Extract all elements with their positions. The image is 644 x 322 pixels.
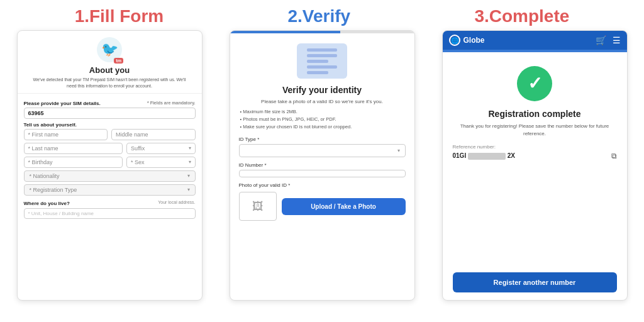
globe-icon: 🌐	[449, 35, 460, 46]
ref-blurred	[468, 153, 506, 160]
id-line-2	[307, 54, 337, 57]
verify-subtitle: Please take a photo of a valid ID so we'…	[261, 98, 383, 105]
reg-complete-title: Registration complete	[488, 109, 580, 119]
id-line-5	[307, 71, 328, 74]
verify-bullets: • Maximum file size is 2MB. • Photos mus…	[239, 109, 406, 131]
sex-select[interactable]: * Sex ▾	[126, 157, 196, 168]
nationality-select[interactable]: * Nationality ▾	[24, 170, 196, 182]
step1-title: 1.Fill Form	[75, 6, 164, 26]
id-type-select[interactable]: ▾	[239, 144, 406, 157]
upload-button[interactable]: Upload / Take a Photo	[282, 198, 406, 215]
checkmark-circle: ✓	[517, 66, 552, 101]
ref-row: 01GI 2X ⧉	[453, 152, 617, 160]
verify-title: Verify your identity	[282, 85, 362, 95]
id-type-label: ID Type *	[239, 136, 406, 142]
tm-logo: 🐦 tm	[97, 37, 122, 62]
sim-label: Please provide your SIM details. * Field…	[24, 101, 196, 106]
id-line-4	[307, 65, 337, 69]
suffix-select[interactable]: Suffix ▾	[126, 143, 196, 154]
mandatory-label: * Fields are mandatory.	[147, 101, 196, 105]
nationality-chevron: ▾	[187, 173, 190, 179]
screen3-complete: 🌐 Globe 🛒 ☰ ✓ Registration complete Than…	[442, 30, 628, 301]
birthday-input[interactable]: * Birthday	[24, 157, 123, 168]
screens-row: 🐦 tm About you We've detected that your …	[0, 30, 644, 322]
check-icon: ✓	[528, 75, 542, 92]
suffix-chevron: ▾	[189, 145, 191, 151]
upload-row: 🖼 Upload / Take a Photo	[239, 192, 406, 221]
name-row: * First name Middle name	[24, 129, 196, 140]
s1-body: Please provide your SIM details. * Field…	[18, 94, 202, 300]
id-line-1	[307, 48, 337, 52]
id-type-chevron: ▾	[397, 148, 400, 153]
first-name-input[interactable]: * First name	[24, 129, 108, 140]
reg-complete-desc: Thank you for registering! Please save t…	[453, 123, 617, 138]
step2-title: 2.Verify	[287, 6, 350, 26]
birthday-row: * Birthday * Sex ▾	[24, 157, 196, 168]
ref-prefix: 01GI 2X	[453, 152, 609, 160]
local-address-label: Your local address.	[158, 200, 195, 204]
regtype-chevron: ▾	[187, 187, 190, 192]
s1-header: 🐦 tm About you We've detected that your …	[18, 31, 202, 94]
cart-icon[interactable]: 🛒	[596, 35, 606, 45]
image-icon: 🖼	[252, 200, 264, 213]
about-desc: We've detected that your TM Prepaid SIM …	[24, 77, 196, 89]
registration-type-select[interactable]: * Registration Type ▾	[24, 184, 196, 196]
s3-navbar: 🌐 Globe 🛒 ☰	[443, 31, 627, 50]
id-lines	[307, 48, 337, 74]
menu-icon[interactable]: ☰	[613, 35, 621, 45]
step3-title: 3.Complete	[474, 6, 569, 26]
nav-icons: 🛒 ☰	[596, 35, 621, 45]
globe-logo: 🌐 Globe	[449, 35, 485, 46]
id-illustration	[297, 43, 347, 79]
lastname-row: * Last name Suffix ▾	[24, 143, 196, 154]
screen1-fill-form: 🐦 tm About you We've detected that your …	[17, 30, 203, 301]
id-number-label: ID Number *	[239, 162, 406, 168]
about-title: About you	[89, 65, 130, 75]
sex-chevron: ▾	[189, 159, 191, 165]
tell-label: Tell us about yourself.	[24, 122, 196, 128]
screen2-verify: Verify your identity Please take a photo…	[230, 30, 415, 301]
bullet-1: • Maximum file size is 2MB.	[239, 109, 406, 114]
register-another-button[interactable]: Register another number	[453, 272, 617, 292]
bullet-3: • Make sure your chosen ID is not blurre…	[239, 124, 406, 130]
middle-name-input[interactable]: Middle name	[111, 129, 196, 140]
ref-label: Reference number:	[453, 144, 617, 150]
steps-header: 1.Fill Form 2.Verify 3.Complete	[0, 0, 644, 30]
copy-icon[interactable]: ⧉	[611, 152, 617, 160]
globe-title: Globe	[464, 36, 485, 45]
photo-label: Photo of your valid ID *	[239, 182, 406, 188]
id-number-input[interactable]	[239, 170, 406, 177]
bird-icon: 🐦	[101, 42, 118, 58]
bullet-2: • Photos must be in PNG, JPG, HEIC, or P…	[239, 116, 406, 122]
tm-badge: tm	[114, 58, 123, 64]
last-name-input[interactable]: * Last name	[24, 143, 123, 154]
mobile-input[interactable]: 63965	[24, 108, 196, 119]
photo-placeholder: 🖼	[239, 192, 277, 221]
address-input[interactable]: * Unit, House / Building name	[24, 208, 196, 219]
s3-body: ✓ Registration complete Thank you for re…	[443, 52, 627, 300]
s2-body: Verify your identity Please take a photo…	[230, 33, 414, 300]
id-line-3	[307, 60, 328, 63]
where-live-label: Where do you live?	[24, 201, 70, 206]
